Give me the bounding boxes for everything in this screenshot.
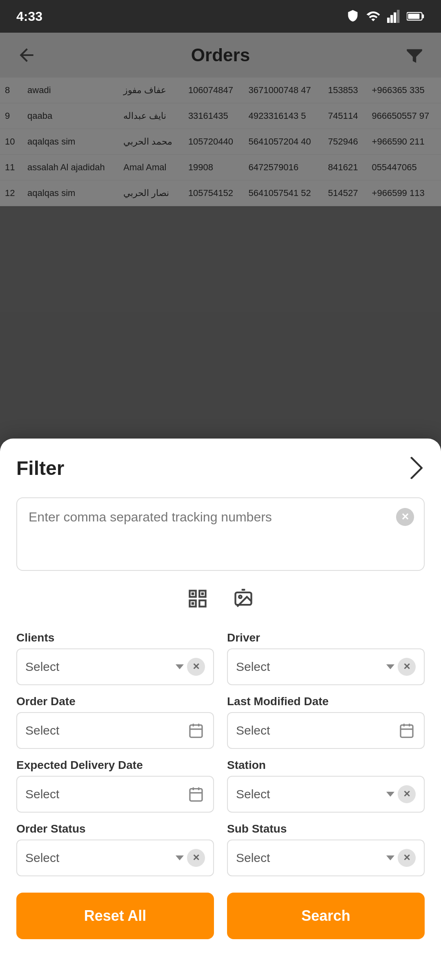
- shield-icon: [346, 9, 359, 24]
- order-status-select[interactable]: Select ✕: [16, 840, 214, 876]
- order-date-label: Order Date: [16, 695, 214, 708]
- station-chevron-icon: [386, 792, 394, 797]
- driver-value: Select: [236, 660, 383, 674]
- station-value: Select: [236, 787, 383, 801]
- svg-rect-5: [422, 14, 424, 18]
- last-modified-date-label: Last Modified Date: [227, 695, 425, 708]
- svg-rect-6: [408, 14, 419, 19]
- svg-rect-0: [387, 18, 390, 23]
- clients-field: Clients Select ✕: [16, 631, 214, 685]
- order-date-field: Order Date Select: [16, 695, 214, 749]
- last-modified-date-value: Select: [236, 724, 394, 737]
- order-status-field: Order Status Select ✕: [16, 822, 214, 876]
- svg-rect-12: [192, 602, 194, 605]
- modal-title: Filter: [16, 457, 64, 479]
- sub-status-value: Select: [236, 851, 383, 865]
- battery-icon: [407, 11, 425, 22]
- driver-select[interactable]: Select ✕: [227, 648, 425, 685]
- svg-rect-2: [394, 12, 396, 23]
- tracking-clear-button[interactable]: ✕: [394, 506, 416, 528]
- close-circle-icon: ✕: [396, 508, 414, 526]
- wifi-icon: [366, 11, 381, 22]
- qr-scan-button[interactable]: [181, 582, 214, 615]
- calendar-svg: [188, 722, 204, 739]
- search-button[interactable]: Search: [227, 893, 425, 939]
- clients-select[interactable]: Select ✕: [16, 648, 214, 685]
- expected-delivery-date-value: Select: [25, 787, 184, 801]
- sub-status-label: Sub Status: [227, 822, 425, 835]
- order-status-value: Select: [25, 851, 172, 865]
- status-bar: 4:33: [0, 0, 441, 33]
- last-modified-calendar-icon[interactable]: [398, 722, 416, 739]
- order-status-chevron-icon: [176, 855, 184, 860]
- clients-label: Clients: [16, 631, 214, 644]
- reset-all-button[interactable]: Reset All: [16, 893, 214, 939]
- sub-status-field: Sub Status Select ✕: [227, 822, 425, 876]
- modal-header: Filter: [16, 455, 425, 481]
- order-status-clear-button[interactable]: ✕: [187, 849, 205, 867]
- driver-field: Driver Select ✕: [227, 631, 425, 685]
- status-time: 4:33: [16, 9, 42, 24]
- clients-clear-button[interactable]: ✕: [187, 658, 205, 676]
- clients-chevron-icon: [176, 664, 184, 669]
- order-date-value: Select: [25, 724, 184, 737]
- qr-code-icon: [187, 588, 208, 609]
- station-label: Station: [227, 759, 425, 772]
- sub-status-clear-button[interactable]: ✕: [398, 849, 416, 867]
- filter-modal: Filter ✕: [0, 439, 441, 980]
- status-icons: [346, 9, 425, 24]
- modal-close-button[interactable]: [399, 455, 425, 481]
- action-buttons: Reset All Search: [16, 893, 425, 939]
- station-field: Station Select ✕: [227, 759, 425, 813]
- driver-chevron-icon: [386, 664, 394, 669]
- background-page: Orders 8 awadi عفاف مفوز 106074847 36710…: [0, 33, 441, 980]
- expected-delivery-date-label: Expected Delivery Date: [16, 759, 214, 772]
- last-modified-date-field: Last Modified Date Select: [227, 695, 425, 749]
- sub-status-select[interactable]: Select ✕: [227, 840, 425, 876]
- svg-rect-22: [190, 725, 202, 737]
- order-date-select[interactable]: Select: [16, 712, 214, 749]
- svg-rect-30: [190, 789, 202, 801]
- scan-icons-row: [16, 582, 425, 615]
- svg-rect-3: [397, 10, 399, 23]
- driver-label: Driver: [227, 631, 425, 644]
- order-date-calendar-icon[interactable]: [187, 722, 205, 739]
- svg-point-19: [239, 595, 242, 598]
- svg-rect-11: [201, 592, 204, 595]
- svg-rect-1: [390, 15, 393, 23]
- last-modified-date-select[interactable]: Select: [227, 712, 425, 749]
- calendar-svg-3: [188, 786, 204, 802]
- tracking-numbers-input[interactable]: [16, 497, 425, 571]
- order-status-label: Order Status: [16, 822, 214, 835]
- station-select[interactable]: Select ✕: [227, 776, 425, 813]
- expected-delivery-date-select[interactable]: Select: [16, 776, 214, 813]
- calendar-svg-2: [399, 722, 415, 739]
- sub-status-chevron-icon: [386, 855, 394, 860]
- arrow-right-icon: [400, 457, 423, 480]
- svg-rect-26: [401, 725, 413, 737]
- tracking-input-container: ✕: [16, 497, 425, 572]
- driver-clear-button[interactable]: ✕: [398, 658, 416, 676]
- svg-rect-10: [192, 592, 194, 595]
- filter-fields-grid: Clients Select ✕ Driver Select ✕ Order D…: [16, 631, 425, 876]
- expected-delivery-date-field: Expected Delivery Date Select: [16, 759, 214, 813]
- station-clear-button[interactable]: ✕: [398, 785, 416, 803]
- signal-icon: [387, 10, 400, 23]
- clients-value: Select: [25, 660, 172, 674]
- image-upload-button[interactable]: [227, 582, 260, 615]
- svg-rect-17: [199, 600, 205, 606]
- image-upload-icon: [233, 588, 254, 609]
- expected-delivery-calendar-icon[interactable]: [187, 785, 205, 803]
